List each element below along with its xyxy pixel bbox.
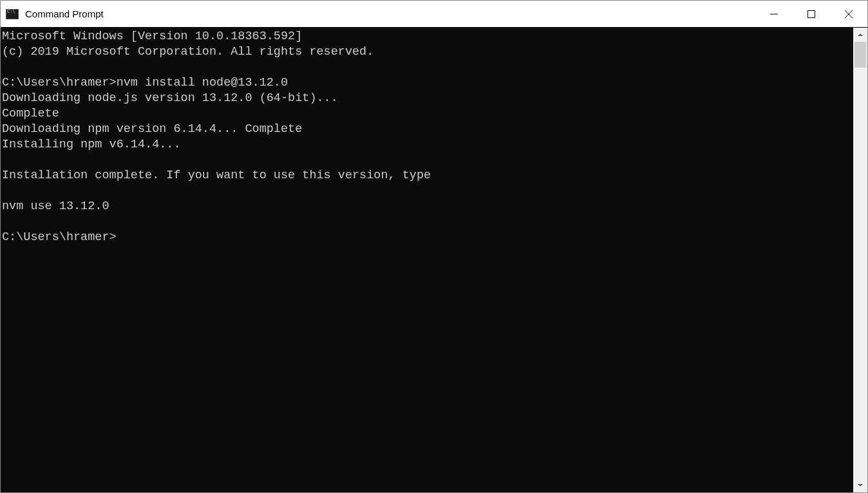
scroll-down-button[interactable]	[853, 478, 867, 492]
svg-rect-1	[808, 10, 815, 17]
chevron-down-icon	[857, 482, 863, 488]
window-controls	[755, 1, 867, 27]
terminal-output[interactable]: Microsoft Windows [Version 10.0.18363.59…	[1, 28, 853, 492]
minimize-button[interactable]	[755, 1, 793, 27]
scroll-track[interactable]	[853, 42, 867, 478]
app-icon	[6, 9, 19, 19]
close-icon	[844, 10, 853, 19]
scroll-thumb[interactable]	[854, 42, 866, 68]
minimize-icon	[769, 10, 778, 19]
window-title: Command Prompt	[25, 8, 755, 19]
scroll-up-button[interactable]	[853, 28, 867, 42]
titlebar[interactable]: Command Prompt	[1, 1, 867, 28]
close-button[interactable]	[830, 1, 867, 27]
chevron-up-icon	[857, 32, 863, 38]
maximize-button[interactable]	[793, 1, 830, 27]
scrollbar[interactable]	[853, 28, 867, 492]
terminal-area: Microsoft Windows [Version 10.0.18363.59…	[1, 28, 867, 492]
maximize-icon	[807, 10, 816, 19]
